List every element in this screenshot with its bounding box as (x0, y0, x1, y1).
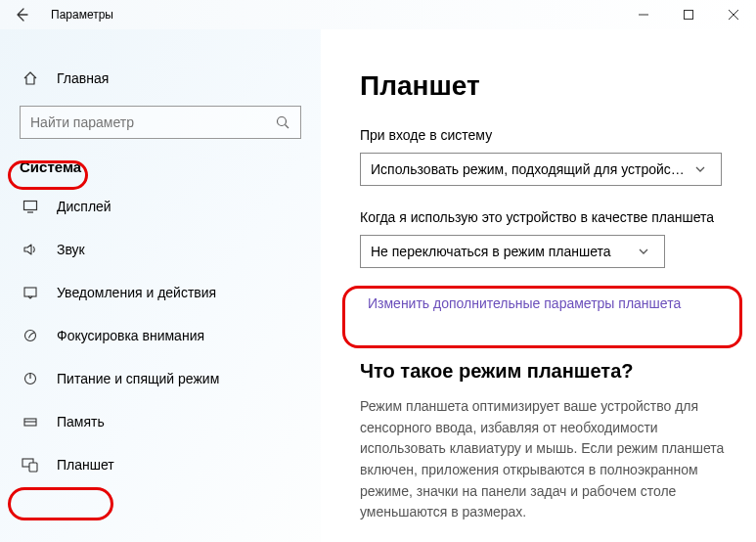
window-title: Параметры (51, 8, 113, 22)
titlebar: Параметры (0, 0, 756, 29)
maximize-button[interactable] (666, 0, 711, 29)
storage-icon (22, 414, 39, 429)
search-icon (275, 114, 290, 130)
sidebar-item-label: Уведомления и действия (57, 285, 216, 300)
power-icon (22, 371, 39, 386)
sidebar-item-tablet[interactable]: Планшет (0, 443, 321, 486)
description-text: Режим планшета оптимизирует ваше устройс… (360, 396, 725, 523)
field-label-signin: При входе в систему (360, 127, 725, 143)
page-title: Планшет (360, 70, 725, 102)
sidebar-item-label: Память (57, 414, 105, 429)
sound-icon (22, 242, 39, 257)
sidebar-item-sound[interactable]: Звук (0, 228, 321, 271)
combo-value: Не переключаться в режим планшета (371, 244, 629, 259)
search-input[interactable] (30, 114, 275, 130)
sub-heading: Что такое режим планшета? (360, 360, 725, 383)
tablet-icon (22, 457, 39, 473)
sidebar-item-label: Фокусировка внимания (57, 328, 204, 343)
sidebar-item-notifications[interactable]: Уведомления и действия (0, 271, 321, 314)
search-box[interactable] (20, 106, 301, 139)
svg-rect-2 (24, 202, 37, 210)
svg-rect-3 (24, 288, 36, 296)
sidebar-item-label: Питание и спящий режим (57, 371, 219, 386)
sidebar-item-label: Планшет (57, 457, 114, 473)
notifications-icon (22, 285, 39, 300)
sidebar: Главная Система Дисплей Звук Уведо (0, 29, 321, 542)
sidebar-item-focus[interactable]: Фокусировка внимания (0, 314, 321, 357)
sidebar-home[interactable]: Главная (0, 59, 321, 98)
sidebar-item-power[interactable]: Питание и спящий режим (0, 357, 321, 400)
sidebar-item-label: Звук (57, 242, 85, 257)
arrow-left-icon (14, 7, 29, 23)
svg-rect-8 (29, 463, 37, 472)
close-icon (729, 10, 738, 20)
home-icon (22, 70, 39, 86)
chevron-down-icon (686, 163, 713, 175)
main-content: Планшет При входе в систему Использовать… (321, 29, 756, 542)
field-label-tablet-use: Когда я использую это устройство в качес… (360, 209, 725, 225)
display-icon (22, 199, 39, 214)
highlight-marker (8, 487, 113, 520)
maximize-icon (684, 10, 693, 20)
link-advanced-tablet-settings[interactable]: Изменить дополнительные параметры планше… (368, 295, 681, 311)
sidebar-item-display[interactable]: Дисплей (0, 185, 321, 228)
close-button[interactable] (711, 0, 756, 29)
sidebar-item-storage[interactable]: Память (0, 400, 321, 443)
sidebar-item-label: Дисплей (57, 199, 111, 214)
sidebar-section-label: Система (0, 153, 321, 185)
focus-icon (22, 328, 39, 343)
svg-point-1 (278, 117, 287, 126)
back-button[interactable] (0, 0, 43, 29)
combo-value: Использовать режим, подходящий для устро… (371, 161, 686, 177)
svg-rect-0 (685, 11, 693, 20)
chevron-down-icon (629, 246, 656, 257)
combo-signin-mode[interactable]: Использовать режим, подходящий для устро… (360, 153, 722, 186)
sidebar-home-label: Главная (57, 70, 109, 86)
minimize-icon (639, 10, 648, 20)
minimize-button[interactable] (621, 0, 666, 29)
combo-tablet-behavior[interactable]: Не переключаться в режим планшета (360, 235, 665, 268)
